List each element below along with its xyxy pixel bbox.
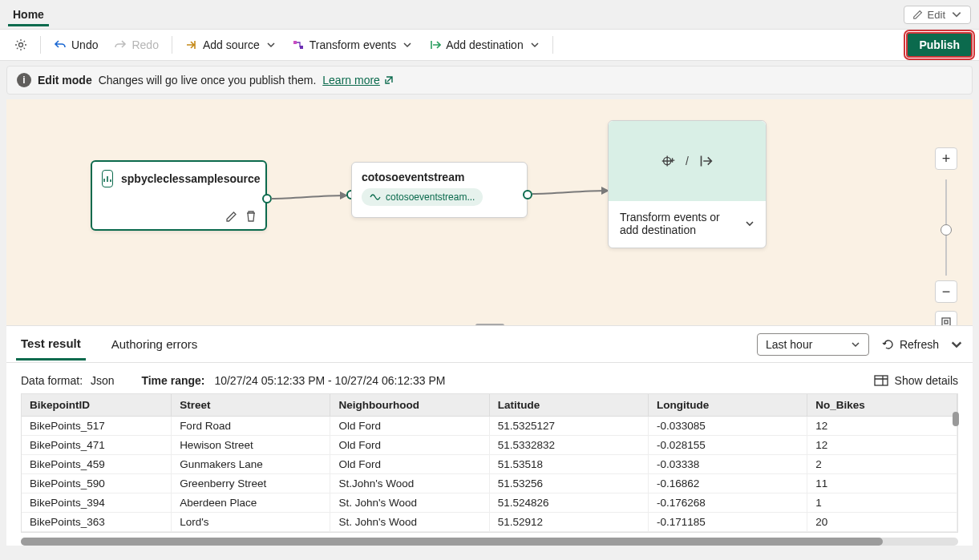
transform-events-button[interactable]: Transform events: [284, 34, 420, 55]
zoom-controls: + −: [934, 147, 958, 325]
table-cell: 51.53518: [489, 455, 648, 474]
table-cell: -0.176268: [649, 494, 807, 513]
horizontal-scrollbar-thumb[interactable]: [21, 538, 883, 546]
zoom-in-button[interactable]: +: [935, 147, 957, 170]
redo-button[interactable]: Redo: [106, 34, 166, 55]
column-header[interactable]: Latitude: [489, 394, 648, 417]
table-cell: -0.171185: [649, 513, 807, 532]
table-cell: Old Ford: [330, 417, 489, 436]
table-row[interactable]: BikePoints_459Gunmakers LaneOld Ford51.5…: [22, 455, 957, 474]
table-cell: 51.53256: [489, 474, 648, 494]
show-details-button[interactable]: Show details: [874, 374, 958, 387]
stream-pill[interactable]: cotosoeventstream...: [362, 188, 483, 206]
dest-icon-area: /: [609, 121, 766, 201]
zoom-slider-thumb[interactable]: [941, 224, 952, 236]
edge: [532, 179, 613, 203]
result-table: BikepointID Street Neighbourhood Latitud…: [21, 393, 958, 533]
add-destination-label: Add destination: [446, 38, 524, 51]
table-cell: 51.5325127: [489, 417, 648, 436]
vertical-scrollbar-thumb[interactable]: [953, 412, 959, 426]
svg-rect-5: [945, 320, 948, 324]
data-format-value: Json: [91, 374, 115, 387]
trash-icon[interactable]: [245, 210, 257, 223]
pencil-icon[interactable]: [225, 210, 238, 223]
zoom-out-button[interactable]: −: [935, 280, 957, 303]
table-row[interactable]: BikePoints_471Hewison StreetOld Ford51.5…: [22, 436, 957, 455]
zoom-slider[interactable]: [945, 179, 947, 276]
node-stream-title: cotosoeventstream: [362, 171, 517, 183]
time-range-dropdown[interactable]: Last hour: [757, 333, 869, 356]
chevron-down-icon: [403, 40, 412, 50]
fit-to-screen-button[interactable]: [935, 311, 957, 325]
port-output[interactable]: [262, 194, 272, 203]
transform-events-label: Transform events: [309, 38, 396, 51]
table-cell: -0.03338: [649, 455, 807, 474]
table-row[interactable]: BikePoints_363Lord'sSt. John's Wood51.52…: [22, 513, 957, 532]
edit-view-toggle[interactable]: Edit: [904, 6, 971, 24]
tab-test-result[interactable]: Test result: [16, 328, 86, 361]
table-header-row: BikepointID Street Neighbourhood Latitud…: [22, 394, 957, 417]
settings-button[interactable]: [6, 34, 35, 55]
table-cell: -0.033085: [649, 417, 807, 436]
horizontal-scrollbar[interactable]: [21, 538, 958, 546]
table-cell: Lord's: [172, 513, 330, 532]
table-cell: 11: [807, 474, 957, 494]
data-format-label: Data format:: [21, 374, 83, 387]
table-cell: BikePoints_517: [22, 417, 172, 436]
table-cell: 2: [807, 455, 957, 474]
table-cell: 12: [807, 417, 957, 436]
edit-view-label: Edit: [928, 9, 945, 21]
table-cell: Hewison Street: [172, 436, 330, 455]
transform-icon: [292, 38, 305, 51]
undo-button[interactable]: Undo: [46, 34, 106, 55]
info-icon: i: [17, 73, 31, 87]
stream-pill-label: cotosoeventstream...: [386, 191, 475, 203]
tab-authoring-errors[interactable]: Authoring errors: [107, 329, 203, 359]
tab-home[interactable]: Home: [8, 3, 49, 26]
show-details-label: Show details: [895, 374, 958, 387]
svg-rect-6: [875, 376, 888, 385]
time-range-value: Last hour: [766, 338, 812, 351]
learn-more-label: Learn more: [322, 74, 380, 87]
table-cell: 51.5332832: [489, 436, 648, 455]
chevron-down-icon[interactable]: [745, 219, 754, 228]
column-header[interactable]: BikepointID: [22, 394, 172, 417]
node-destination-placeholder[interactable]: / Transform events or add destination: [608, 120, 767, 248]
column-header[interactable]: No_Bikes: [807, 394, 957, 417]
refresh-button[interactable]: Refresh: [882, 338, 939, 351]
arrow-right-out-icon: [697, 152, 714, 170]
add-source-button[interactable]: Add source: [177, 34, 284, 55]
table-cell: 1: [807, 494, 957, 513]
table-row[interactable]: BikePoints_517Ford RoadOld Ford51.532512…: [22, 417, 957, 436]
port-output[interactable]: [523, 190, 532, 199]
add-source-label: Add source: [203, 38, 260, 51]
node-stream[interactable]: cotosoeventstream cotosoeventstream...: [351, 162, 528, 218]
redo-icon: [114, 38, 127, 51]
svg-point-0: [19, 43, 23, 47]
column-header[interactable]: Neighbourhood: [330, 394, 489, 417]
pencil-icon: [912, 9, 924, 20]
wave-icon: [370, 191, 381, 203]
time-range-display: 10/27/24 05:12:33 PM - 10/27/24 06:12:33…: [214, 374, 445, 387]
gear-plus-icon: [660, 152, 678, 170]
chevron-down-icon[interactable]: [950, 338, 963, 351]
table-cell: 51.524826: [489, 494, 648, 513]
arrow-right-out-icon: [428, 38, 441, 51]
node-source[interactable]: spbycleclessamplesource: [91, 160, 267, 231]
publish-button[interactable]: Publish: [906, 32, 973, 58]
table-row[interactable]: BikePoints_590Greenberry StreetSt.John's…: [22, 474, 957, 494]
pipeline-canvas[interactable]: spbycleclessamplesource cotosoeventstrea…: [6, 99, 973, 325]
table-cell: Old Ford: [330, 436, 489, 455]
node-source-title: spbycleclessamplesource: [121, 172, 261, 185]
add-destination-button[interactable]: Add destination: [420, 34, 548, 55]
table-row[interactable]: BikePoints_394Aberdeen PlaceSt. John's W…: [22, 494, 957, 513]
column-header[interactable]: Longitude: [649, 394, 807, 417]
arrow-right-in-icon: [185, 38, 198, 51]
table-cell: BikePoints_459: [22, 455, 172, 474]
column-header[interactable]: Street: [172, 394, 330, 417]
panel-resize-handle[interactable]: [475, 324, 504, 325]
undo-icon: [54, 38, 67, 51]
table-cell: 20: [807, 513, 957, 532]
chevron-down-icon: [951, 9, 962, 20]
learn-more-link[interactable]: Learn more: [322, 74, 394, 87]
